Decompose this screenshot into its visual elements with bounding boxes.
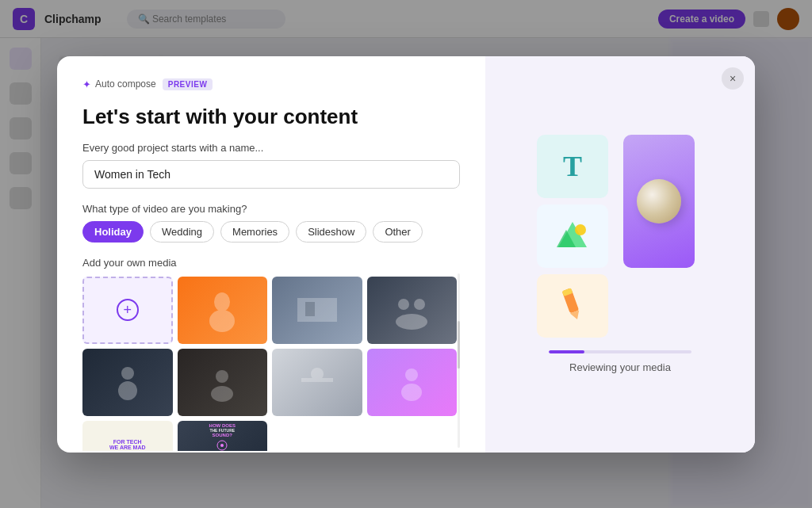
media-thumb-2[interactable]: [272, 277, 362, 344]
add-media-label: Add your own media: [82, 257, 460, 269]
media-thumb-4[interactable]: [82, 349, 173, 416]
auto-compose-label: ✦ Auto compose: [82, 78, 156, 90]
t-letter-icon: T: [563, 150, 582, 183]
svg-point-0: [214, 292, 230, 311]
sparkle-icon: ✦: [82, 78, 91, 90]
svg-point-18: [220, 444, 224, 447]
media-thumb-3[interactable]: [367, 277, 458, 344]
progress-bar-fill: [549, 350, 584, 353]
chip-holiday[interactable]: Holiday: [82, 221, 144, 243]
svg-point-21: [575, 224, 586, 235]
modal-right-panel: × T: [485, 56, 755, 453]
add-media-button[interactable]: +: [82, 277, 173, 344]
reviewing-text: Reviewing your media: [569, 361, 671, 373]
sphere-icon: [637, 179, 681, 223]
add-icon: +: [117, 299, 139, 321]
modal-dialog: ✦ Auto compose PREVIEW Let's start with …: [57, 56, 755, 453]
media-thumb-poster1[interactable]: FOR TECH WE ARE MAD: [82, 421, 173, 451]
svg-point-1: [209, 310, 235, 332]
modal-overlay: ✦ Auto compose PREVIEW Let's start with …: [0, 0, 812, 508]
media-grid: +: [82, 277, 460, 451]
modal-title: Let's start with your content: [82, 105, 460, 129]
svg-point-12: [311, 368, 324, 380]
preview-card-t: T: [537, 135, 608, 198]
svg-point-8: [118, 381, 137, 400]
modal-left-panel: ✦ Auto compose PREVIEW Let's start with …: [57, 56, 485, 453]
preview-grid: T: [537, 135, 703, 338]
video-type-label: What type of video are you making?: [82, 203, 460, 215]
chip-wedding[interactable]: Wedding: [150, 221, 214, 243]
modal-header-row: ✦ Auto compose PREVIEW: [82, 78, 460, 90]
media-thumb-6[interactable]: [272, 349, 362, 416]
svg-point-5: [414, 299, 425, 310]
chip-memories[interactable]: Memories: [220, 221, 289, 243]
mountain-icon: [552, 217, 593, 255]
chip-other[interactable]: Other: [373, 221, 423, 243]
svg-point-10: [211, 386, 233, 402]
preview-card-purple: [623, 135, 695, 268]
project-name-label: Every good project starts with a name...: [82, 142, 460, 154]
svg-rect-2: [297, 298, 337, 322]
svg-point-4: [398, 299, 409, 310]
progress-bar-container: [549, 350, 691, 353]
media-thumb-1[interactable]: [178, 277, 268, 344]
media-thumb-7[interactable]: [367, 349, 458, 416]
svg-point-9: [216, 370, 228, 383]
preview-card-mountain: [537, 204, 608, 268]
preview-badge: PREVIEW: [163, 78, 213, 90]
pencil-icon: [549, 281, 596, 332]
media-thumb-5[interactable]: [178, 349, 268, 416]
svg-point-6: [396, 314, 427, 330]
project-name-input[interactable]: [82, 160, 460, 189]
chip-slideshow[interactable]: Slideshow: [296, 221, 366, 243]
svg-rect-3: [305, 302, 315, 316]
svg-point-14: [401, 384, 422, 401]
svg-point-13: [405, 369, 418, 381]
auto-compose-text: Auto compose: [95, 78, 156, 90]
preview-card-pencil: [537, 274, 608, 338]
video-type-chips: Holiday Wedding Memories Slideshow Other: [82, 221, 460, 243]
media-thumb-poster2[interactable]: HOW DOES THE FUTURE SOUND?: [178, 421, 268, 451]
close-button[interactable]: ×: [722, 67, 744, 90]
svg-point-7: [121, 367, 134, 380]
close-icon: ×: [730, 72, 736, 85]
